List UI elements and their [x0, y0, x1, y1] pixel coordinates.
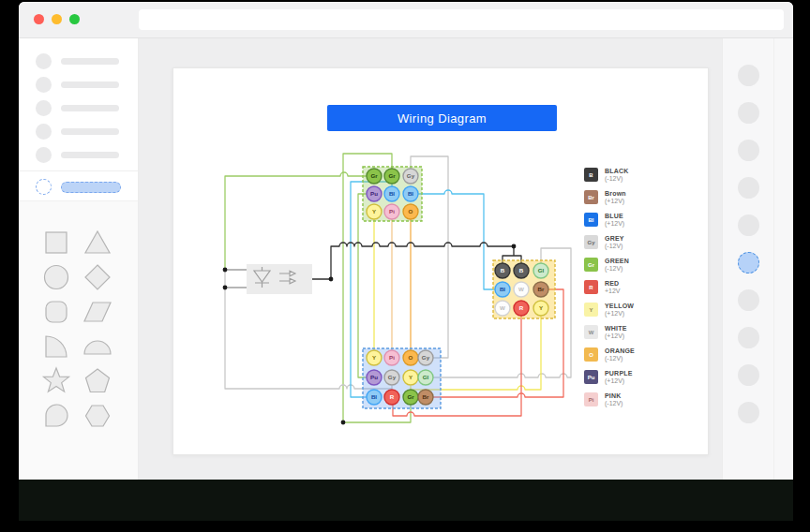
pin-O[interactable]: O	[403, 350, 418, 365]
rail-circles	[738, 65, 759, 423]
legend-item-blue[interactable]: BlBLUE(+12V)	[584, 213, 635, 227]
pin-Pi[interactable]: Pi	[384, 204, 399, 219]
bottom-connector[interactable]: YPiOGyPuGyYGlBlRGrBr	[363, 348, 441, 408]
right-connector[interactable]: BBGlBlWBrWRY	[493, 260, 555, 318]
legend-item-pink[interactable]: PiPINK(-12V)	[584, 392, 635, 406]
pin-label: Gr	[370, 172, 378, 179]
rail-circle[interactable]	[738, 327, 759, 348]
legend-voltage: (+12V)	[605, 198, 626, 205]
legend-item-green[interactable]: GrGREEN(-12V)	[584, 258, 635, 272]
traffic-light-close-button[interactable]	[34, 14, 44, 24]
pin-Bl[interactable]: Bl	[403, 186, 418, 201]
pin-W[interactable]: W	[495, 301, 510, 316]
pin-W[interactable]: W	[514, 282, 529, 297]
shape-semicircle[interactable]	[81, 330, 114, 364]
legend-item-black[interactable]: BBLACK(-12V)	[584, 168, 635, 182]
pin-B[interactable]: B	[495, 263, 510, 278]
pin-R[interactable]: R	[514, 301, 529, 316]
drawing-canvas[interactable]: Wiring Diagram GrGrGyPuBlBlYPiOBBGlBlWBr…	[172, 67, 709, 455]
rail-circle[interactable]	[738, 102, 759, 124]
pin-label: O	[409, 208, 413, 214]
legend-item-white[interactable]: WWHITE(+12V)	[584, 325, 635, 339]
legend-voltage: (-12V)	[605, 265, 629, 273]
shape-rounded-square[interactable]	[39, 295, 73, 330]
rail-circle[interactable]	[738, 402, 759, 423]
shape-triangle[interactable]	[81, 226, 114, 260]
legend-item-brown[interactable]: BrBrown(+12V)	[584, 190, 635, 204]
shape-square[interactable]	[39, 226, 73, 260]
legend-label: GREY(-12V)	[605, 235, 624, 250]
pin-Gr[interactable]: Gr	[384, 169, 399, 184]
list-item-placeholder[interactable]	[36, 100, 119, 116]
shape-diamond[interactable]	[81, 260, 114, 295]
pin-Pu[interactable]: Pu	[367, 370, 382, 385]
pin-Gy[interactable]: Gy	[403, 169, 418, 184]
legend-color-name: PURPLE	[605, 370, 633, 377]
legend-item-red[interactable]: RRED+12V	[584, 280, 635, 294]
rail-circle[interactable]	[738, 140, 759, 161]
pin-Gr[interactable]: Gr	[367, 169, 382, 184]
pin-label: B	[519, 267, 524, 273]
pin-label: Bl	[389, 190, 395, 197]
pin-Gr[interactable]: Gr	[403, 390, 418, 405]
wire[interactable]	[418, 190, 495, 289]
rail-circle[interactable]	[738, 65, 759, 86]
pin-B[interactable]: B	[514, 263, 529, 278]
title-bar	[19, 2, 793, 38]
legend-item-orange[interactable]: OORANGE(-12V)	[584, 347, 635, 362]
pin-Bl[interactable]: Bl	[495, 282, 510, 297]
list-item-selected[interactable]	[36, 179, 121, 195]
pin-Y[interactable]: Y	[403, 370, 418, 385]
list-item-placeholder[interactable]	[36, 147, 119, 163]
legend-color-name: PINK	[605, 392, 622, 400]
pin-Y[interactable]: Y	[367, 350, 382, 365]
list-item-placeholder[interactable]	[36, 53, 119, 69]
shape-circle[interactable]	[39, 260, 73, 295]
rail-circle[interactable]	[738, 289, 759, 311]
pin-Gl[interactable]: Gl	[418, 370, 433, 385]
pin-Gy[interactable]: Gy	[418, 350, 433, 365]
legend-item-grey[interactable]: GyGREY(-12V)	[584, 235, 635, 249]
address-bar[interactable]	[139, 9, 784, 30]
shape-parallelogram[interactable]	[81, 295, 114, 330]
shape-pentagon[interactable]	[81, 364, 114, 399]
wire[interactable]	[225, 172, 367, 270]
legend-item-purple[interactable]: PuPURPLE(+12V)	[584, 370, 635, 384]
traffic-light-zoom-button[interactable]	[69, 14, 80, 24]
pin-Bl[interactable]: Bl	[367, 390, 382, 405]
pin-Y[interactable]: Y	[533, 301, 548, 316]
legend-color-name: ORANGE	[605, 347, 635, 355]
pin-R[interactable]: R	[384, 390, 399, 405]
placeholder-bar	[61, 152, 119, 158]
pin-O[interactable]: O	[403, 204, 418, 219]
optocoupler-device[interactable]	[247, 264, 312, 294]
top-connector[interactable]: GrGrGyPuBlBlYPiO	[363, 167, 422, 221]
rail-circle[interactable]	[738, 364, 759, 386]
rail-circle[interactable]	[738, 177, 759, 199]
pin-Br[interactable]: Br	[533, 282, 548, 297]
legend-swatch: Gy	[584, 235, 598, 249]
shape-hexagon[interactable]	[81, 399, 114, 434]
main-area: Wiring Diagram GrGrGyPuBlBlYPiOBBGlBlWBr…	[139, 38, 722, 480]
pin-Bl[interactable]: Bl	[384, 186, 399, 201]
wire[interactable]	[225, 270, 247, 288]
selected-item-icon	[36, 179, 52, 195]
traffic-light-minimize-button[interactable]	[52, 14, 62, 24]
rail-circle-selected[interactable]	[738, 252, 759, 273]
pin-Pu[interactable]: Pu	[367, 186, 382, 201]
list-item-placeholder[interactable]	[36, 77, 119, 93]
shape-quarter-circle[interactable]	[39, 330, 73, 364]
rail-circle[interactable]	[738, 214, 759, 236]
pin-Gy[interactable]: Gy	[384, 370, 399, 385]
shape-star[interactable]	[39, 364, 73, 399]
shape-teardrop[interactable]	[39, 399, 73, 434]
pin-Y[interactable]: Y	[367, 204, 382, 219]
placeholder-icon	[36, 77, 52, 93]
pin-label: Gy	[407, 172, 415, 179]
pin-Br[interactable]: Br	[418, 390, 433, 405]
legend-label: PINK(-12V)	[605, 392, 622, 407]
pin-Pi[interactable]: Pi	[384, 350, 399, 365]
list-item-placeholder[interactable]	[36, 124, 119, 140]
pin-Gl[interactable]: Gl	[533, 263, 548, 278]
legend-item-yellow[interactable]: YYELLOW(+12V)	[584, 303, 635, 317]
